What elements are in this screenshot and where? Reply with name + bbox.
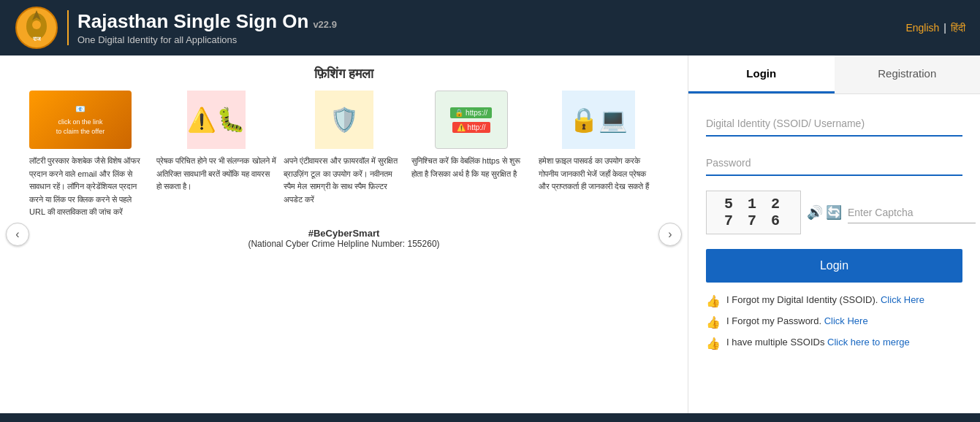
carousel-item-text-5: हमेशा फ़ाइल पासवर्ड का उपयोग करके गोपनीय… [539, 155, 658, 193]
forgot-ssoid-label: I Forgot my Digital Identity (SSOID). [726, 294, 878, 305]
carousel-item-1: 📧 click on the linkto claim the offer लॉ… [29, 91, 149, 219]
hindi-lang-link[interactable]: हिंदी [951, 22, 965, 34]
tab-registration[interactable]: Registration [835, 55, 981, 93]
merge-ssoid-item: 👍 I have multiple SSOIDs Click here to m… [706, 337, 962, 350]
https-image: 🔒 https:// ⚠️ http:// [435, 91, 508, 149]
forgot-password-link[interactable]: Click Here [824, 315, 868, 326]
carousel-footer-line1: #BeCyberSmart [308, 228, 380, 239]
forgot-password-item: 👍 I Forgot my Password. Click Here [706, 315, 962, 329]
header-left: राज Rajasthan Single Sign On v22.9 One D… [15, 6, 337, 50]
password-input[interactable] [706, 151, 962, 176]
carousel-footer-line2: (National Cyber Crime Helpline Number: 1… [15, 239, 673, 249]
forgot-password-text: I Forgot my Password. Click Here [726, 315, 868, 326]
forgot-ssoid-icon: 👍 [706, 294, 721, 308]
captcha-refresh-icon[interactable]: 🔄 [826, 204, 842, 220]
ssoid-field [706, 112, 962, 137]
header-title-block: Rajasthan Single Sign On v22.9 One Digit… [67, 10, 337, 45]
captcha-controls: 🔊 🔄 [807, 204, 842, 220]
carousel-title: फ़िशिंग हमला [15, 66, 673, 82]
cookie-banner: ℹ️ This website uses 'Cookies' to give y… [0, 413, 980, 422]
title-text: Rajasthan Single Sign On [77, 10, 308, 33]
carousel-next-button[interactable]: › [658, 223, 682, 246]
login-button[interactable]: Login [706, 249, 962, 283]
login-links: 👍 I Forgot my Digital Identity (SSOID). … [706, 294, 962, 350]
carousel-item-text-2: प्रेषक परिचित होने पर भी संलग्नक खोलने म… [156, 155, 276, 193]
merge-ssoid-link[interactable]: Click here to merge [827, 337, 910, 348]
carousel-items: 📧 click on the linkto claim the offer लॉ… [15, 91, 673, 219]
tab-login[interactable]: Login [688, 55, 835, 93]
header-title: Rajasthan Single Sign On v22.9 [77, 10, 337, 33]
ssoid-input[interactable] [706, 112, 962, 137]
forgot-ssoid-text: I Forgot my Digital Identity (SSOID). Cl… [726, 294, 924, 305]
forgot-password-label: I Forgot my Password. [726, 315, 821, 326]
captcha-audio-icon[interactable]: 🔊 [807, 204, 823, 220]
english-lang-link[interactable]: English [905, 22, 939, 34]
carousel-footer: #BeCyberSmart (National Cyber Crime Help… [15, 228, 673, 249]
svg-point-3 [32, 20, 41, 29]
captcha-row: 5 1 2 7 7 6 🔊 🔄 [706, 191, 962, 234]
carousel-item-text-3: अपने एंटीवायरस और फ़ायरवॉल में सुरक्षित … [284, 155, 403, 206]
password-field [706, 151, 962, 176]
virus-image: ⚠️🐛 [187, 91, 246, 149]
language-selector: English | हिंदी [905, 22, 965, 34]
carousel-item-5: 🔒💻 हमेशा फ़ाइल पासवर्ड का उपयोग करके गोप… [539, 91, 658, 219]
merge-ssoid-label: I have multiple SSOIDs [726, 337, 824, 348]
main-content: फ़िशिंग हमला ‹ › 📧 click on the linkto c… [0, 55, 980, 413]
carousel-prev-button[interactable]: ‹ [6, 223, 29, 246]
captcha-image: 5 1 2 7 7 6 [706, 191, 801, 234]
lock-image: 🔒💻 [562, 91, 635, 149]
login-form: 5 1 2 7 7 6 🔊 🔄 Login 👍 I Forgot my Digi… [688, 94, 980, 362]
login-panel: Login Registration 5 1 2 7 7 6 🔊 🔄 Login [688, 55, 980, 413]
carousel-item-2: ⚠️🐛 प्रेषक परिचित होने पर भी संलग्नक खोल… [156, 91, 276, 219]
shield-image: 🛡️ [315, 91, 373, 149]
carousel-area: फ़िशिंग हमला ‹ › 📧 click on the linkto c… [0, 55, 688, 413]
captcha-input[interactable] [848, 202, 976, 223]
login-tabs: Login Registration [688, 55, 980, 94]
merge-ssoid-text: I have multiple SSOIDs Click here to mer… [726, 337, 910, 348]
forgot-ssoid-item: 👍 I Forgot my Digital Identity (SSOID). … [706, 294, 962, 308]
forgot-password-icon: 👍 [706, 315, 721, 329]
carousel-item-text-1: लॉटरी पुरस्कार केशबेक जैसे विशेष ऑफर प्र… [29, 155, 149, 219]
lang-divider: | [943, 22, 946, 34]
carousel-item-text-4: सुनिश्चित करें कि वेबलिंक https से शुरू … [411, 155, 531, 180]
header-subtitle: One Digital Identity for all Application… [77, 34, 337, 45]
carousel-item-4: 🔒 https:// ⚠️ http:// सुनिश्चित करें कि … [411, 91, 531, 219]
version-text: v22.9 [313, 19, 337, 30]
merge-ssoid-icon: 👍 [706, 337, 721, 350]
logo-icon: राज [15, 6, 58, 50]
svg-text:राज: राज [32, 36, 42, 42]
carousel-item-3: 🛡️ अपने एंटीवायरस और फ़ायरवॉल में सुरक्ष… [284, 91, 403, 219]
lottery-image: 📧 click on the linkto claim the offer [29, 91, 132, 149]
forgot-ssoid-link[interactable]: Click Here [881, 294, 924, 305]
header: राज Rajasthan Single Sign On v22.9 One D… [0, 0, 980, 55]
